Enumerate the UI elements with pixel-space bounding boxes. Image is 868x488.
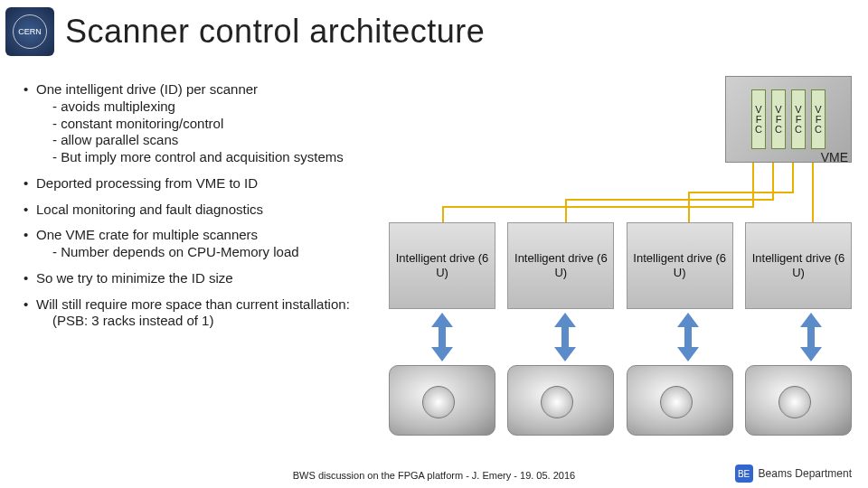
connector (565, 199, 774, 201)
vfc-line: F (756, 115, 762, 125)
drive-label: Intelligent drive (6 U) (508, 251, 613, 279)
vfc-line: C (795, 125, 802, 135)
vfc-slot: V F C (751, 89, 766, 149)
drives-row: Intelligent drive (6 U) Intelligent driv… (389, 222, 852, 309)
bullet-sub: - Number depends on CPU-Memory load (36, 244, 385, 261)
bullet-item: Local monitoring and fault diagnostics (24, 202, 385, 219)
scanner-motor-image (507, 365, 614, 436)
vfc-line: F (816, 115, 822, 125)
vfc-line: C (815, 125, 822, 135)
vfc-slot: V F C (771, 89, 786, 149)
bullet-sub: - constant monitoring/control (36, 116, 385, 133)
connector (688, 192, 794, 193)
vfc-line: F (776, 115, 782, 125)
connector (442, 206, 444, 222)
bullet-sub: - avoids multiplexing (36, 99, 385, 116)
motors-row (389, 365, 852, 436)
intelligent-drive: Intelligent drive (6 U) (745, 222, 852, 309)
scanner-motor-image (745, 365, 852, 436)
bullet-item: Will still require more space than curre… (24, 296, 385, 331)
bullet-text: So we try to minimize the ID size (36, 270, 233, 286)
bullet-text: Will still require more space than curre… (36, 296, 350, 312)
bullet-item: One VME crate for multiple scanners - Nu… (24, 227, 385, 261)
vfc-line: V (755, 105, 761, 115)
bullet-text: Local monitoring and fault diagnostics (36, 202, 263, 217)
cern-logo: CERN (5, 7, 54, 56)
double-arrow-icon (793, 313, 829, 361)
bullet-text: Deported processing from VME to ID (36, 175, 258, 191)
be-badge-icon: BE (735, 465, 753, 483)
svg-marker-0 (431, 313, 453, 361)
connector (688, 192, 690, 222)
vfc-line: V (795, 105, 801, 115)
svg-marker-1 (554, 313, 576, 361)
intelligent-drive: Intelligent drive (6 U) (389, 222, 495, 309)
drive-label: Intelligent drive (6 U) (746, 251, 851, 279)
intelligent-drive: Intelligent drive (6 U) (627, 222, 733, 309)
connector (565, 199, 567, 222)
connector (812, 213, 814, 222)
svg-marker-3 (800, 313, 822, 361)
bullet-text: One VME crate for multiple scanners (36, 227, 258, 242)
bullet-text: One intelligent drive (ID) per scanner (36, 81, 258, 97)
drive-label: Intelligent drive (6 U) (627, 251, 732, 279)
vme-label: VME (821, 150, 848, 164)
connector (442, 206, 754, 208)
vfc-line: V (775, 105, 781, 115)
department-text: Beams Department (759, 467, 852, 480)
slide-header: CERN Scanner control architecture (0, 0, 868, 56)
connector (752, 163, 754, 208)
intelligent-drive: Intelligent drive (6 U) (507, 222, 614, 309)
svg-marker-2 (677, 313, 699, 361)
vfc-slot: V F C (811, 89, 826, 149)
logo-text: CERN (18, 28, 42, 36)
slide-title: Scanner control architecture (65, 13, 485, 51)
vfc-line: F (796, 115, 802, 125)
connector (792, 163, 794, 193)
bullet-sub: - But imply more control and acquisition… (36, 149, 385, 166)
scanner-motor-image (627, 365, 733, 436)
bullet-list: One intelligent drive (ID) per scanner -… (24, 81, 385, 339)
double-arrow-icon (547, 313, 583, 361)
connector (812, 163, 814, 215)
double-arrow-icon (424, 313, 460, 361)
vfc-line: V (815, 105, 821, 115)
drive-label: Intelligent drive (6 U) (390, 251, 495, 279)
bullet-item: So we try to minimize the ID size (24, 270, 385, 287)
bullet-sub: - allow parallel scans (36, 132, 385, 149)
vfc-slot: V F C (791, 89, 806, 149)
vfc-line: C (755, 125, 762, 135)
bullet-sub: (PSB: 3 racks instead of 1) (36, 313, 385, 330)
bullet-item: Deported processing from VME to ID (24, 175, 385, 192)
vfc-line: C (775, 125, 782, 135)
connector (772, 163, 774, 201)
scanner-motor-image (389, 365, 495, 436)
department-label: BE Beams Department (735, 465, 852, 483)
double-arrow-icon (670, 313, 706, 361)
bullet-item: One intelligent drive (ID) per scanner -… (24, 81, 385, 166)
